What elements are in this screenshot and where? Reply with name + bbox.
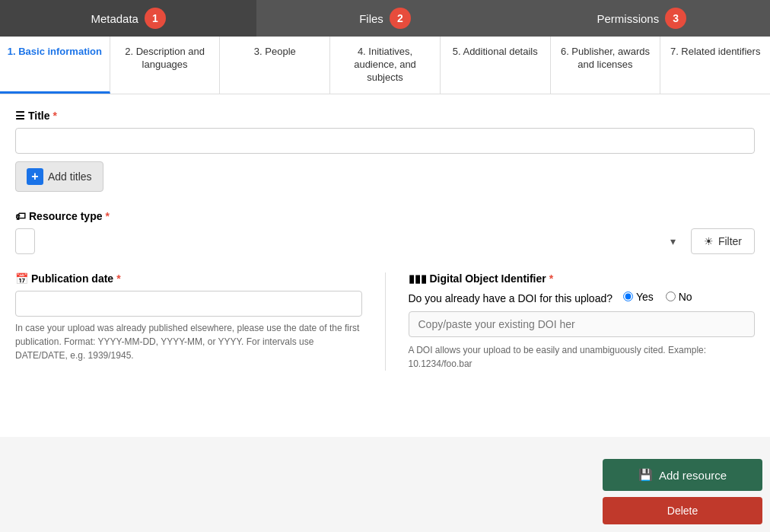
resource-type-required: * (105, 210, 109, 222)
topbar-files-badge: 2 (390, 8, 411, 29)
filter-icon: ☀ (704, 235, 714, 247)
save-icon: 💾 (638, 468, 653, 482)
doi-yes-option[interactable]: Yes (623, 291, 654, 303)
tab-basic-info[interactable]: 1. Basic information (0, 37, 110, 94)
topbar-permissions-badge: 3 (665, 8, 686, 29)
doi-yes-radio[interactable] (623, 291, 633, 301)
topbar-metadata[interactable]: Metadata 1 (0, 0, 256, 37)
doi-no-option[interactable]: No (666, 291, 692, 303)
doi-radio-group: Yes No (623, 291, 692, 303)
bottom-action-bar: 💾 Add resource Delete (595, 451, 770, 532)
pub-date-help: In case your upload was already publishe… (15, 321, 362, 362)
tab-initiatives[interactable]: 4. Initiatives, audience, and subjects (330, 37, 441, 94)
topbar-permissions[interactable]: Permissions 3 (514, 0, 770, 37)
barcode-icon: ▮▮▮ (409, 272, 427, 285)
title-input[interactable] (15, 128, 755, 154)
add-resource-button[interactable]: 💾 Add resource (603, 459, 762, 491)
doi-required: * (549, 272, 553, 285)
resource-type-row: ☀ Filter (15, 228, 755, 254)
pub-doi-row: 📅 Publication date * 2023-01-08 In case … (15, 272, 755, 371)
tab-additional[interactable]: 5. Additional details (441, 37, 551, 94)
plus-icon: + (27, 168, 43, 185)
title-section: ☰ Title * + Add titles (15, 110, 755, 192)
tab-publisher[interactable]: 6. Publisher, awards and licenses (551, 37, 661, 94)
doi-input[interactable] (409, 311, 756, 337)
topbar-metadata-label: Metadata (91, 12, 138, 25)
publication-date-input[interactable]: 2023-01-08 (15, 291, 362, 317)
topbar-files[interactable]: Files 2 (256, 0, 513, 37)
filter-button[interactable]: ☀ Filter (691, 228, 755, 254)
doi-section: ▮▮▮ Digital Object Identifier * Do you a… (409, 272, 756, 371)
topbar-permissions-label: Permissions (597, 12, 659, 25)
tab-people[interactable]: 3. People (220, 37, 330, 94)
tab-bar: 1. Basic information 2. Description and … (0, 37, 770, 94)
resource-type-section: 🏷 Resource type * ☀ Filter (15, 210, 755, 254)
tag-icon: 🏷 (15, 210, 26, 222)
column-separator (385, 272, 386, 371)
main-content: ☰ Title * + Add titles 🏷 Resource type *… (0, 94, 770, 437)
pub-date-label: 📅 Publication date * (15, 272, 362, 285)
top-bar: Metadata 1 Files 2 Permissions 3 (0, 0, 770, 37)
resource-type-label: 🏷 Resource type * (15, 210, 755, 222)
doi-no-radio[interactable] (666, 291, 676, 301)
add-titles-button[interactable]: + Add titles (15, 161, 103, 192)
title-icon: ☰ (15, 110, 25, 122)
title-label: ☰ Title * (15, 110, 755, 122)
doi-help-text: A DOI allows your upload to be easily an… (409, 343, 756, 371)
delete-button[interactable]: Delete (603, 497, 762, 524)
topbar-metadata-badge: 1 (145, 8, 166, 29)
resource-type-select-wrapper (15, 228, 683, 254)
topbar-files-label: Files (359, 12, 383, 25)
publication-date-section: 📅 Publication date * 2023-01-08 In case … (15, 272, 362, 371)
resource-type-select[interactable] (15, 228, 35, 254)
pub-date-required: * (116, 272, 120, 285)
tab-related[interactable]: 7. Related identifiers (660, 37, 770, 94)
tab-description-lang[interactable]: 2. Description and languages (110, 37, 221, 94)
doi-label: ▮▮▮ Digital Object Identifier * (409, 272, 756, 285)
calendar-icon: 📅 (15, 272, 28, 285)
title-required: * (53, 110, 57, 122)
doi-question-row: Do you already have a DOI for this uploa… (409, 291, 756, 304)
